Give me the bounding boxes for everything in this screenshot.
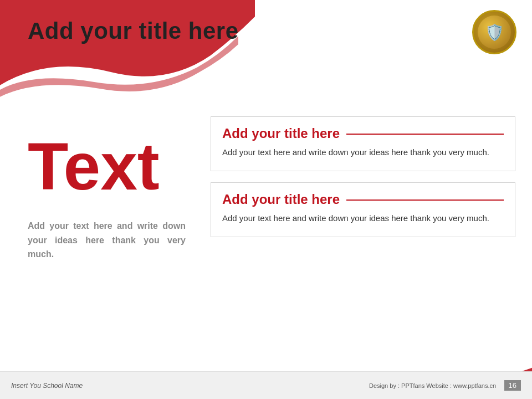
main-title: Add your title here (28, 18, 239, 44)
big-text-label: Text (28, 133, 160, 200)
logo: 🛡️ (472, 10, 516, 54)
box2-title-container: Add your title here (222, 192, 504, 207)
slide: Add your title here 🛡️ Text Add your tex… (0, 0, 532, 399)
page-number: 16 (504, 380, 521, 391)
content-box-1: Add your title here Add your text here a… (211, 116, 515, 171)
logo-inner: 🛡️ (478, 16, 511, 49)
right-content: Add your title here Add your text here a… (211, 116, 515, 237)
content-box-2: Add your title here Add your text here a… (211, 182, 515, 237)
logo-icon: 🛡️ (485, 23, 504, 42)
box1-title-line (346, 134, 504, 135)
left-body-text: Add your text here and write down your i… (28, 219, 186, 262)
box1-body: Add your text here and write down your i… (222, 146, 504, 160)
footer-right-area: Design by : PPTfans Website : www.pptfan… (369, 380, 521, 391)
box2-title-text: Add your title here (222, 192, 340, 207)
footer-credits: Design by : PPTfans Website : www.pptfan… (369, 382, 496, 389)
box1-title-container: Add your title here (222, 126, 504, 141)
logo-circle: 🛡️ (472, 10, 516, 54)
footer-school-name: Insert You School Name (11, 382, 83, 390)
box1-title-text: Add your title here (222, 126, 340, 141)
box2-body: Add your text here and write down your i… (222, 212, 504, 226)
footer: Insert You School Name Design by : PPTfa… (0, 371, 532, 399)
top-decoration (0, 0, 532, 111)
box2-title-line (346, 200, 504, 201)
